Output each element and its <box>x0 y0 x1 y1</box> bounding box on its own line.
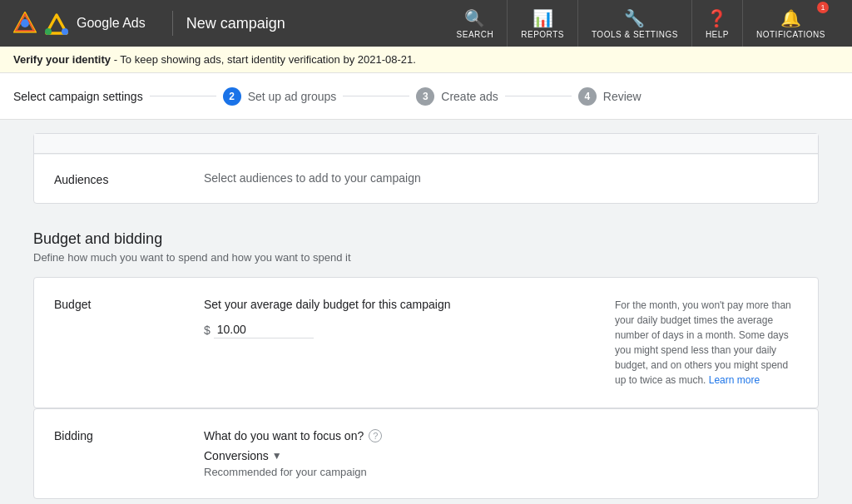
search-icon: 🔍 <box>464 8 485 28</box>
identity-banner-bold: Verify your identity <box>13 53 111 66</box>
step-line-2 <box>343 96 409 96</box>
budget-row: Budget Set your average daily budget for… <box>34 278 818 408</box>
nav-right-group: 🔍 SEARCH 📊 REPORTS 🔧 TOOLS & SETTINGS ❓ … <box>443 0 839 47</box>
svg-point-3 <box>45 28 52 35</box>
notifications-badge: 1 <box>817 2 829 13</box>
audiences-label: Audiences <box>54 171 204 186</box>
budget-currency: $ <box>204 324 211 337</box>
budget-input[interactable] <box>214 321 314 338</box>
svg-point-4 <box>62 28 68 35</box>
nav-divider <box>172 11 173 36</box>
step-1-label: Select campaign settings <box>13 90 143 103</box>
campaign-stepper: Select campaign settings 2 Set up ad gro… <box>0 73 852 120</box>
notifications-nav-item[interactable]: 🔔 1 NOTIFICATIONS <box>743 0 839 47</box>
audiences-row: Audiences Select audiences to add to you… <box>34 154 818 203</box>
step-2-num: 2 <box>223 87 241 106</box>
bidding-label: Bidding <box>54 429 204 442</box>
help-icon: ❓ <box>706 8 727 28</box>
search-label: SEARCH <box>457 30 494 39</box>
budget-input-row: $ <box>204 321 582 338</box>
budget-description: Set your average daily budget for this c… <box>204 298 582 311</box>
learn-more-link[interactable]: Learn more <box>709 374 760 386</box>
budget-note: For the month, you won't pay more than y… <box>615 298 798 388</box>
logo-area: Google Ads <box>13 10 146 37</box>
step-4-num: 4 <box>578 87 597 106</box>
audiences-placeholder[interactable]: Select audiences to add to your campaign <box>204 171 798 185</box>
google-ads-icon <box>43 10 70 37</box>
main-content: Audiences Select audiences to add to you… <box>0 133 852 504</box>
identity-banner: Verify your identity - To keep showing a… <box>0 47 852 73</box>
conversions-label: Conversions <box>204 449 269 462</box>
step-line-3 <box>505 96 572 96</box>
step-2-label: Set up ad groups <box>248 90 337 103</box>
notifications-icon: 🔔 <box>780 8 801 28</box>
audiences-card: Audiences Select audiences to add to you… <box>33 133 819 204</box>
reports-label: REPORTS <box>521 30 564 39</box>
bidding-row: Bidding What do you want to focus on? ? … <box>34 409 818 498</box>
step-line-1 <box>150 96 216 96</box>
budget-main: Set your average daily budget for this c… <box>204 298 582 338</box>
step-3-label: Create ads <box>441 90 498 103</box>
step-3-num: 3 <box>416 87 434 106</box>
step-2-ad-groups[interactable]: 2 Set up ad groups <box>223 87 337 106</box>
tools-nav-item[interactable]: 🔧 TOOLS & SETTINGS <box>578 0 692 47</box>
campaign-title: New campaign <box>186 15 285 32</box>
bidding-question-row: What do you want to focus on? ? <box>204 429 798 442</box>
step-3-create-ads[interactable]: 3 Create ads <box>416 87 498 106</box>
budget-note-text: For the month, you won't pay more than y… <box>615 299 791 386</box>
budget-bidding-subtitle: Define how much you want to spend and ho… <box>33 251 819 264</box>
budget-label: Budget <box>54 298 204 311</box>
step-4-label: Review <box>603 90 641 103</box>
step-4-review[interactable]: 4 Review <box>578 87 641 106</box>
step-1-select-settings[interactable]: Select campaign settings <box>13 90 143 103</box>
budget-card: Budget Set your average daily budget for… <box>33 277 819 408</box>
top-navigation: Google Ads New campaign 🔍 SEARCH 📊 REPOR… <box>0 0 852 47</box>
bidding-content: What do you want to focus on? ? Conversi… <box>204 429 798 478</box>
tools-label: TOOLS & SETTINGS <box>592 30 678 39</box>
tools-icon: 🔧 <box>624 8 645 28</box>
bidding-recommended: Recommended for your campaign <box>204 466 798 478</box>
conversions-dropdown[interactable]: Conversions ▼ <box>204 449 798 462</box>
help-nav-item[interactable]: ❓ HELP <box>692 0 743 47</box>
bidding-help-icon[interactable]: ? <box>369 429 382 442</box>
bidding-question-text: What do you want to focus on? <box>204 429 364 442</box>
bidding-card: Bidding What do you want to focus on? ? … <box>33 408 819 499</box>
budget-bidding-section: Budget and bidding Define how much you w… <box>33 230 819 499</box>
dropdown-arrow-icon: ▼ <box>272 450 282 462</box>
help-label: HELP <box>706 30 729 39</box>
reports-icon: 📊 <box>532 8 553 28</box>
budget-bidding-title: Budget and bidding <box>33 230 819 248</box>
search-nav-item[interactable]: 🔍 SEARCH <box>443 0 508 47</box>
google-ads-logo-icon <box>13 12 37 35</box>
brand-name: Google Ads <box>77 16 146 31</box>
card-top-strip <box>34 134 818 154</box>
reports-nav-item[interactable]: 📊 REPORTS <box>508 0 578 47</box>
notifications-label: NOTIFICATIONS <box>756 30 825 39</box>
identity-banner-text: - To keep showing ads, start identity ve… <box>111 53 416 66</box>
